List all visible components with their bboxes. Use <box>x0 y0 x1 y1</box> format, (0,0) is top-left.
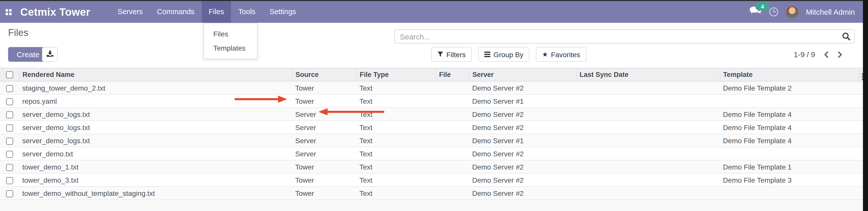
cell-last-sync-date[interactable] <box>576 160 720 173</box>
cell-rendered-name[interactable]: tower_demo_1.txt <box>19 160 292 173</box>
cell-last-sync-date[interactable] <box>576 186 720 200</box>
row-checkbox[interactable] <box>6 177 13 184</box>
dropdown-item-templates[interactable]: Templates <box>204 41 257 55</box>
column-header-rendered-name[interactable]: Rendered Name <box>19 68 292 81</box>
cell-file[interactable] <box>436 186 469 200</box>
cell-source[interactable]: Tower <box>292 186 356 200</box>
cell-last-sync-date[interactable] <box>576 173 720 186</box>
cell-last-sync-date[interactable] <box>576 81 720 94</box>
cell-server[interactable]: Demo Server #2 <box>469 81 576 94</box>
table-row[interactable]: tower_demo_without_template_staging.txtT… <box>0 186 868 200</box>
table-row[interactable]: server_demo.txtServerTextDemo Server #2 <box>0 147 868 160</box>
cell-file[interactable] <box>436 94 469 108</box>
search-icon[interactable] <box>842 32 850 42</box>
cell-file-type[interactable]: Text <box>356 173 436 186</box>
pager-previous-icon[interactable] <box>823 51 829 58</box>
column-header-last-sync-date[interactable]: Last Sync Date <box>576 68 720 81</box>
cell-template[interactable]: Demo File Template 2 <box>720 81 859 94</box>
column-header-server[interactable]: Server <box>469 68 576 81</box>
cell-source[interactable]: Server <box>292 134 356 147</box>
filters-button[interactable]: Filters <box>431 47 472 62</box>
cell-source[interactable]: Tower <box>292 81 356 94</box>
pager-next-icon[interactable] <box>837 51 842 58</box>
cell-template[interactable]: Demo File Template 4 <box>720 108 859 121</box>
cell-template[interactable] <box>720 94 859 108</box>
cell-file[interactable] <box>436 160 469 173</box>
cell-source[interactable]: Server <box>292 108 356 121</box>
cell-server[interactable]: Demo Server #2 <box>469 173 576 186</box>
table-row[interactable]: tower_demo_1.txtTowerTextDemo Server #2D… <box>0 160 868 173</box>
cell-file-type[interactable]: Text <box>356 94 436 108</box>
cell-server[interactable]: Demo Server #1 <box>469 134 576 147</box>
messages-button[interactable]: 4 <box>749 6 762 18</box>
row-checkbox[interactable] <box>6 138 13 145</box>
cell-last-sync-date[interactable] <box>576 94 720 108</box>
search-input[interactable] <box>394 29 855 43</box>
cell-template[interactable]: Demo File Template 1 <box>720 160 859 173</box>
cell-source[interactable]: Server <box>292 121 356 134</box>
cell-file-type[interactable]: Text <box>356 108 436 121</box>
cell-file-type[interactable]: Text <box>356 186 436 200</box>
cell-rendered-name[interactable]: tower_demo_3.txt <box>19 173 292 186</box>
cell-last-sync-date[interactable] <box>576 134 720 147</box>
cell-last-sync-date[interactable] <box>576 121 720 134</box>
row-checkbox[interactable] <box>6 124 13 131</box>
cell-rendered-name[interactable]: staging_tower_demo_2.txt <box>19 81 292 94</box>
cell-rendered-name[interactable]: server_demo_logs.txt <box>19 121 292 134</box>
cell-server[interactable]: Demo Server #2 <box>469 160 576 173</box>
nav-item-servers[interactable]: Servers <box>111 1 150 23</box>
group-by-button[interactable]: Group By <box>478 47 529 62</box>
table-row[interactable]: server_demo_logs.txtServerTextDemo Serve… <box>0 134 868 147</box>
cell-template[interactable] <box>720 186 859 200</box>
table-row[interactable]: repos.yamlTowerTextDemo Server #1 <box>0 94 868 108</box>
user-avatar[interactable] <box>786 6 799 18</box>
activities-clock-icon[interactable] <box>769 7 779 17</box>
row-checkbox[interactable] <box>6 111 13 118</box>
user-menu[interactable]: Mitchell Admin <box>806 8 855 16</box>
cell-server[interactable]: Demo Server #1 <box>469 94 576 108</box>
cell-source[interactable]: Tower <box>292 94 356 108</box>
cell-server[interactable]: Demo Server #2 <box>469 186 576 200</box>
cell-file[interactable] <box>436 108 469 121</box>
cell-source[interactable]: Server <box>292 147 356 160</box>
cell-server[interactable]: Demo Server #2 <box>469 121 576 134</box>
cell-file-type[interactable]: Text <box>356 160 436 173</box>
favorites-button[interactable]: ★ Favorites <box>536 47 586 62</box>
row-checkbox[interactable] <box>6 85 13 92</box>
cell-template[interactable]: Demo File Template 4 <box>720 121 859 134</box>
cell-template[interactable]: Demo File Template 4 <box>720 134 859 147</box>
cell-server[interactable]: Demo Server #2 <box>469 108 576 121</box>
cell-rendered-name[interactable]: server_demo.txt <box>19 147 292 160</box>
row-checkbox[interactable] <box>6 151 13 158</box>
nav-item-settings[interactable]: Settings <box>262 1 303 23</box>
cell-source[interactable]: Tower <box>292 160 356 173</box>
brand-title[interactable]: Cetmix Tower <box>20 6 90 18</box>
cell-template[interactable]: Demo File Template 3 <box>720 173 859 186</box>
column-header-source[interactable]: Source <box>292 68 356 81</box>
table-row[interactable]: server_demo_logs.txtServerTextDemo Serve… <box>0 121 868 134</box>
cell-file[interactable] <box>436 147 469 160</box>
cell-file-type[interactable]: Text <box>356 134 436 147</box>
row-checkbox[interactable] <box>6 98 13 105</box>
row-checkbox[interactable] <box>6 164 13 171</box>
cell-file[interactable] <box>436 173 469 186</box>
dropdown-item-files[interactable]: Files <box>204 27 257 41</box>
table-row[interactable]: staging_tower_demo_2.txtTowerTextDemo Se… <box>0 81 868 94</box>
cell-file-type[interactable]: Text <box>356 81 436 94</box>
column-header-file[interactable]: File <box>436 68 469 81</box>
table-row[interactable]: server_demo_logs.txtServerTextDemo Serve… <box>0 108 868 121</box>
column-header-template[interactable]: Template <box>720 68 859 81</box>
cell-server[interactable]: Demo Server #2 <box>469 147 576 160</box>
cell-rendered-name[interactable]: server_demo_logs.txt <box>19 134 292 147</box>
nav-item-tools[interactable]: Tools <box>231 1 262 23</box>
cell-rendered-name[interactable]: server_demo_logs.txt <box>19 108 292 121</box>
apps-grid-icon[interactable] <box>6 9 12 15</box>
row-checkbox[interactable] <box>6 190 13 197</box>
select-all-checkbox[interactable] <box>6 71 13 79</box>
column-header-file-type[interactable]: File Type <box>356 68 436 81</box>
import-button[interactable] <box>42 47 58 62</box>
cell-source[interactable]: Tower <box>292 173 356 186</box>
cell-template[interactable] <box>720 147 859 160</box>
nav-item-files[interactable]: Files <box>202 1 231 23</box>
cell-file-type[interactable]: Text <box>356 147 436 160</box>
